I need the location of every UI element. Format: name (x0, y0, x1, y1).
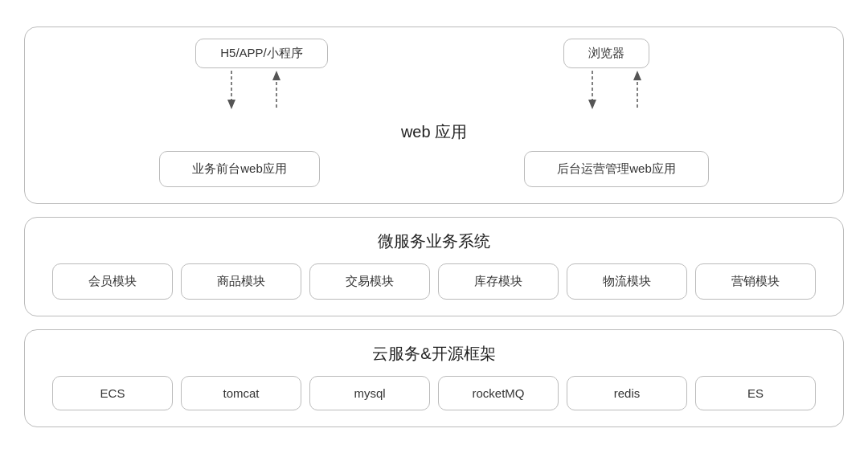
arrow-left-down (223, 69, 240, 109)
app-left-label: 业务前台web应用 (192, 161, 287, 175)
app-left-box: 业务前台web应用 (159, 151, 320, 187)
module-1: 商品模块 (181, 263, 301, 300)
cloud-item-4: redis (567, 376, 687, 410)
svg-marker-1 (227, 100, 235, 109)
clients-row: H5/APP/小程序 浏览器 (25, 27, 843, 68)
cloud-boxes-row: ECS tomcat mysql rocketMQ redis ES (44, 376, 824, 410)
web-app-boxes-row: 业务前台web应用 后台运营管理web应用 (25, 151, 843, 203)
arrow-right-up (629, 69, 645, 109)
modules-row: 会员模块 商品模块 交易模块 库存模块 物流模块 营销模块 (44, 263, 824, 300)
svg-marker-3 (272, 71, 280, 80)
cloud-item-3: rocketMQ (438, 376, 559, 410)
cloud-item-0: ECS (52, 376, 173, 410)
module-4: 物流模块 (567, 263, 687, 300)
cloud-layer: 云服务&开源框架 ECS tomcat mysql rocketMQ redis… (24, 329, 844, 427)
client-left-box: H5/APP/小程序 (195, 39, 328, 68)
arrow-right-down (584, 69, 600, 109)
web-layer-title: web 应用 (25, 110, 843, 151)
microservice-title: 微服务业务系统 (44, 231, 824, 252)
module-2: 交易模块 (309, 263, 430, 300)
cloud-title: 云服务&开源框架 (44, 343, 824, 365)
svg-marker-7 (633, 71, 641, 80)
arrows-row (25, 68, 843, 110)
arrow-left-up (268, 69, 285, 109)
microservice-layer: 微服务业务系统 会员模块 商品模块 交易模块 库存模块 物流模块 营销模块 (24, 217, 844, 316)
client-right-box: 浏览器 (563, 39, 649, 68)
module-5: 营销模块 (695, 263, 816, 300)
module-0: 会员模块 (52, 263, 173, 300)
client-right-label: 浏览器 (588, 46, 624, 59)
cloud-item-2: mysql (309, 376, 430, 410)
architecture-diagram: H5/APP/小程序 浏览器 (24, 27, 844, 427)
app-right-box: 后台运营管理web应用 (524, 151, 709, 187)
web-layer: H5/APP/小程序 浏览器 (24, 27, 844, 204)
app-right-label: 后台运营管理web应用 (557, 161, 676, 175)
cloud-item-1: tomcat (181, 376, 301, 410)
cloud-item-5: ES (695, 376, 816, 410)
svg-marker-5 (588, 100, 596, 109)
client-left-label: H5/APP/小程序 (220, 46, 303, 59)
module-3: 库存模块 (438, 263, 559, 300)
